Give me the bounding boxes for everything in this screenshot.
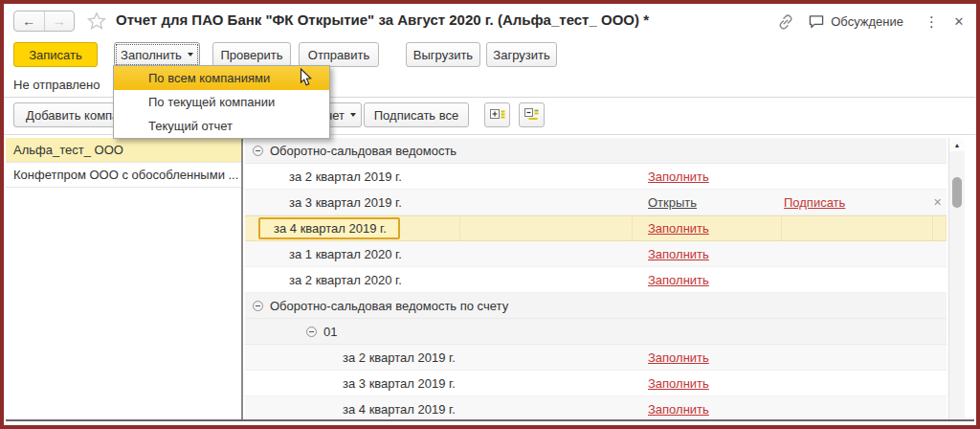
action-link[interactable]: Заполнить [648,273,709,287]
row-label: за 2 квартал 2020 г. [289,273,402,287]
expand-all-icon [489,106,506,124]
titlebar-actions: Обсуждение ⋮ ✕ [777,4,967,39]
company-list: Альфа_тест_ ОООКонфетпром ООО с обособле… [6,138,241,419]
fill-button[interactable]: Заполнить [114,42,200,67]
row-label: за 4 квартал 2019 г. [258,217,400,239]
app-window: ← → Отчет для ПАО Банк "ФК Открытие" за … [0,0,980,429]
action-link[interactable]: Открыть [648,195,697,210]
table-group-row[interactable]: Оборотно-сальдовая ведомость [245,138,947,164]
discussion-button[interactable]: Обсуждение [808,14,903,30]
action-link[interactable]: Заполнить [648,221,709,236]
back-button[interactable]: ← [14,11,45,31]
sign-all-button[interactable]: Подписать все [364,102,469,127]
row-label: за 1 квартал 2020 г. [289,247,402,261]
check-label: Проверить [220,48,282,62]
table-row[interactable]: за 2 квартал 2019 г.Заполнить [245,345,947,371]
load-button[interactable]: Загрузить [486,42,557,67]
sign-all-label: Подписать все [374,108,458,123]
collapse-node-icon[interactable] [253,146,263,156]
status-text: Не отправлено [13,78,100,92]
chevron-down-icon [188,53,193,56]
check-button[interactable]: Проверить [212,42,291,67]
table-group-row[interactable]: 01 [245,319,947,345]
expand-all-button[interactable] [484,102,510,127]
menu-item[interactable]: Текущий отчет [114,114,329,138]
save-button[interactable]: Записать [13,42,98,67]
scroll-up-arrow-icon: ▲ [954,142,961,148]
collapse-all-button[interactable] [519,102,545,127]
window-bottom-edge [6,419,974,421]
action-link[interactable]: Заполнить [648,169,709,184]
send-button[interactable]: Отправить [299,42,379,67]
table-row[interactable]: за 4 квартал 2019 г.Заполнить [245,396,947,419]
close-icon[interactable]: ✕ [951,14,967,29]
discussion-label: Обсуждение [831,14,903,29]
table-row[interactable]: за 3 квартал 2019 г.ОткрытьПодписать✕ [245,190,947,215]
action-link[interactable]: Заполнить [648,376,709,391]
collapse-node-icon[interactable] [306,327,317,337]
action-link[interactable]: Заполнить [648,350,709,365]
window-content: ← → Отчет для ПАО Банк "ФК Открытие" за … [4,4,976,425]
fill-dropdown-menu: По всем компаниямиПо текущей компанииТек… [113,65,330,139]
company-list-item[interactable]: Конфетпром ООО с обособленными ... [6,163,241,188]
mouse-cursor [300,68,313,87]
action-link[interactable]: Заполнить [648,247,709,261]
scrollbar-thumb[interactable] [952,177,962,208]
menu-item[interactable]: По текущей компании [114,90,329,114]
table-row[interactable]: за 2 квартал 2019 г.Заполнить [245,164,947,190]
table-group-row[interactable]: Оборотно-сальдовая ведомость по счету [245,293,947,319]
send-label: Отправить [308,48,369,62]
back-arrow-icon: ← [22,13,35,29]
chevron-down-icon [350,113,356,117]
save-label: Записать [29,48,82,62]
action-link[interactable]: Подписать [784,195,845,210]
titlebar: ← → Отчет для ПАО Банк "ФК Открытие" за … [4,4,976,39]
speech-bubble-icon [808,14,825,30]
fill-label: Заполнить [121,48,182,62]
row-label: за 2 квартал 2019 г. [289,169,402,184]
row-label: за 4 квартал 2019 г. [343,402,456,417]
row-label: Оборотно-сальдовая ведомость [270,144,457,158]
forward-button[interactable]: → [45,11,75,31]
table-row[interactable]: за 1 квартал 2020 г.Заполнить [245,241,947,267]
load-label: Загрузить [493,48,549,62]
page-title: Отчет для ПАО Банк "ФК Открытие" за Авгу… [116,11,649,28]
table-row[interactable]: за 2 квартал 2020 г.Заполнить [245,267,947,293]
row-close-icon[interactable]: ✕ [933,196,942,209]
row-label: Оборотно-сальдовая ведомость по счету [270,299,508,313]
kebab-menu-icon[interactable]: ⋮ [924,13,938,31]
unload-label: Выгрузить [413,48,473,62]
panel-splitter[interactable] [241,134,243,419]
row-label: 01 [323,325,337,339]
collapse-node-icon[interactable] [253,301,263,311]
link-icon[interactable] [777,13,794,31]
collapse-all-icon [523,106,541,124]
history-nav: ← → [13,11,75,32]
vertical-scrollbar[interactable]: ▲ [948,138,965,419]
menu-item[interactable]: По всем компаниями [114,66,329,90]
unload-button[interactable]: Выгрузить [406,42,480,67]
report-table: Оборотно-сальдовая ведомостьза 2 квартал… [245,138,947,419]
forward-arrow-icon: → [53,13,66,29]
add-company-label: Добавить компа [26,108,119,123]
favorite-star-icon[interactable] [86,11,107,32]
table-row[interactable]: за 4 квартал 2019 г.Заполнить [245,215,947,241]
company-list-item[interactable]: Альфа_тест_ ООО [6,138,241,163]
row-label: за 3 квартал 2019 г. [289,195,402,210]
table-row[interactable]: за 3 квартал 2019 г.Заполнить [245,371,947,396]
row-label: за 2 квартал 2019 г. [343,350,456,365]
action-link[interactable]: Заполнить [648,402,709,417]
row-label: за 3 квартал 2019 г. [343,376,456,391]
scroll-up-button[interactable]: ▲ [949,138,965,151]
